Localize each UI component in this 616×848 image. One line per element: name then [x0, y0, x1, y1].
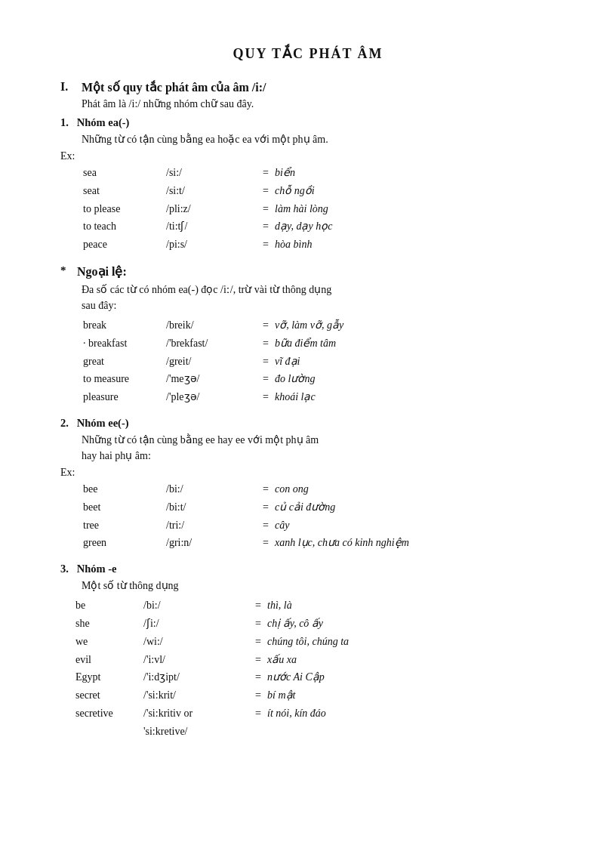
subsection-ee-desc: Những từ có tận cùng bằng ee hay ee với …	[82, 432, 556, 464]
subsection-e-header: 3. Nhóm -e	[60, 563, 556, 575]
table-row: seat /si:t/ = chỗ ngồi	[83, 182, 556, 200]
section-i-header: I. Một số quy tắc phát âm của âm /i:/	[60, 80, 556, 94]
subsection-ea: 1. Nhóm ea(-) Những từ có tận cùng bằng …	[60, 116, 556, 254]
table-row: break /breik/ = vỡ, làm vỡ, gẫy	[83, 316, 556, 335]
word-table-ee: bee /bi:/ = con ong beet /bi:t/ = củ cải…	[83, 480, 556, 552]
ex-label-ee: Ex:	[60, 467, 556, 479]
exception-header: * Ngoại lệ:	[60, 264, 556, 279]
table-row: · breakfast /'brekfast/ = bữa điểm tâm	[83, 335, 556, 353]
subsection-ea-desc: Những từ có tận cùng bằng ea hoặc ea với…	[82, 131, 556, 147]
exception-desc: Đa số các từ có nhóm ea(-) đọc /iː/, trừ…	[82, 282, 556, 313]
word-table-e: be /bi:/ = thì, là she /ʃi:/ = chị ấy, c…	[75, 597, 556, 740]
table-row: to please /pli:z/ = làm hài lòng	[83, 200, 556, 218]
table-row: to teach /ti:tʃ/ = dạy, dạy học	[83, 217, 556, 236]
table-row: sea /si:/ = biển	[83, 164, 556, 182]
table-row: tree /tri:/ = cây	[83, 517, 556, 535]
star-symbol: *	[60, 264, 71, 277]
table-row: great /greit/ = vĩ đại	[83, 353, 556, 371]
table-row: we /wi:/ = chúng tôi, chúng ta	[75, 633, 556, 651]
table-row: evil /'i:vl/ = xấu xa	[75, 651, 556, 669]
section-i-desc: Phát âm là /i:/ những nhóm chữ sau đây.	[82, 96, 556, 112]
table-row: secret /'si:krit/ = bí mật	[75, 686, 556, 705]
table-row: peace /pi:s/ = hòa bình	[83, 236, 556, 254]
subsection-exception: * Ngoại lệ: Đa số các từ có nhóm ea(-) đ…	[60, 264, 556, 406]
subsection-ee: 2. Nhóm ee(-) Những từ có tận cùng bằng …	[60, 417, 556, 552]
table-row: beet /bi:t/ = củ cải đường	[83, 498, 556, 517]
table-row: secretive /'si:kritiv or 'si:kretive/ = …	[75, 705, 556, 741]
table-row: pleasure /'pleʒə/ = khoái lạc	[83, 388, 556, 406]
table-row: to measure /'meʒə/ = đo lường	[83, 370, 556, 388]
subsection-e-desc: Một số từ thông dụng	[82, 578, 556, 594]
subsection-e: 3. Nhóm -e Một số từ thông dụng be /bi:/…	[60, 563, 556, 740]
page: QUY TẮC PHÁT ÂM I. Một số quy tắc phát â…	[0, 0, 616, 848]
subsection-ea-header: 1. Nhóm ea(-)	[60, 116, 556, 129]
table-row: bee /bi:/ = con ong	[83, 480, 556, 498]
table-row: she /ʃi:/ = chị ấy, cô ấy	[75, 615, 556, 633]
section-roman-numeral: I.	[60, 80, 74, 94]
exception-title: Ngoại lệ:	[77, 264, 127, 279]
table-row: Egypt /'i:dʒipt/ = nước Ai Cập	[75, 668, 556, 686]
table-row: be /bi:/ = thì, là	[75, 597, 556, 615]
section-i-title: Một số quy tắc phát âm của âm /i:/	[82, 80, 266, 94]
ex-label-ea: Ex:	[60, 150, 556, 162]
word-table-ea: sea /si:/ = biển seat /si:t/ = chỗ ngồi …	[83, 164, 556, 254]
table-row: green /gri:n/ = xanh lục, chưa có kinh n…	[83, 534, 556, 552]
page-title: QUY TẮC PHÁT ÂM	[60, 45, 556, 62]
word-table-exception: break /breik/ = vỡ, làm vỡ, gẫy · breakf…	[83, 316, 556, 406]
subsection-ee-header: 2. Nhóm ee(-)	[60, 417, 556, 430]
